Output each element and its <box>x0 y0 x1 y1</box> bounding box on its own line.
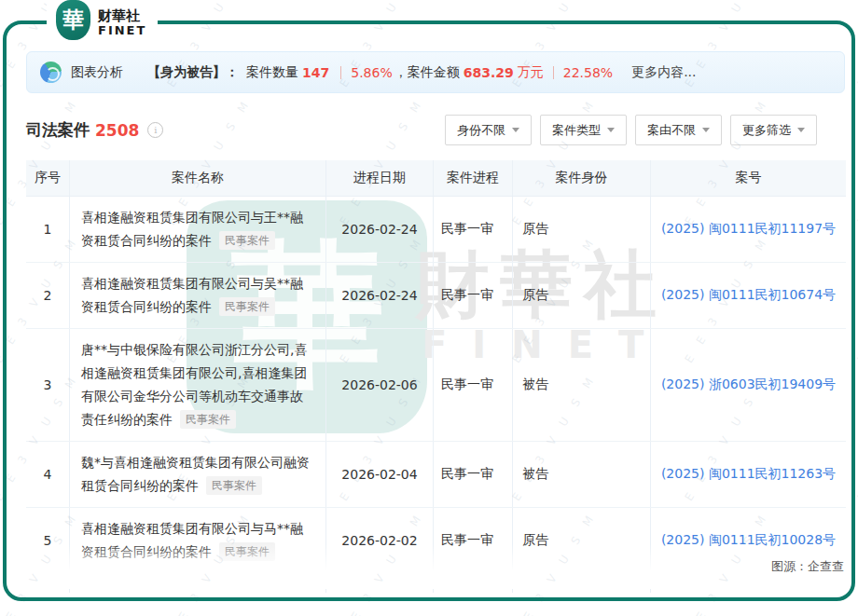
analysis-label: 图表分析 <box>71 64 123 81</box>
cell-identity: 原告 <box>513 508 651 573</box>
cell-date: 2026-02-04 <box>326 442 434 507</box>
finet-logo: 華 财華社 FINET <box>47 0 158 42</box>
cell-identity: 原告 <box>513 263 651 328</box>
cell-identity: 原告 <box>513 197 651 262</box>
comma-separator: ， <box>394 64 408 81</box>
header-cell-date: 进程日期 <box>326 160 434 196</box>
table-row: 1 喜相逢融资租赁集团有限公司与王**融资租赁合同纠纷的案件民事案件 2026-… <box>26 197 846 263</box>
case-number-link[interactable]: (2025) 闽0111民初10674号 <box>661 287 836 304</box>
divider <box>553 66 554 79</box>
cell-process: 民事一审 <box>434 508 513 573</box>
case-name-text: 魏*与喜相逢融资租赁集团有限公司融资租赁合同纠纷的案件 <box>81 455 310 493</box>
cell-name: 魏*与喜相逢融资租赁集团有限公司融资租赁合同纠纷的案件民事案件 <box>70 442 326 507</box>
filter-bar: 身份不限 案件类型 案由不限 更多筛选 <box>445 115 817 145</box>
case-amount-percent: 22.58% <box>563 65 613 80</box>
case-type-tag: 民事案件 <box>180 410 236 429</box>
cell-process: 民事一审 <box>434 263 513 328</box>
case-amount-label: 案件金额 <box>408 64 460 81</box>
logo-text: 财華社 FINET <box>98 0 146 37</box>
cell-name: 喜相逢融资租赁集团有限公司与吴**融资租赁合同纠纷的案件民事案件 <box>70 263 326 328</box>
cell-name: 喜相逢融资租赁集团有限公司与王**融资租赁合同纠纷的案件民事案件 <box>70 197 326 262</box>
cell-no: 1 <box>26 197 70 262</box>
case-type-tag: 民事案件 <box>206 476 262 495</box>
cell-date: 2026-02-06 <box>326 329 434 441</box>
filter-button-case-type[interactable]: 案件类型 <box>540 115 627 145</box>
divider <box>340 66 341 79</box>
logo-name-en: FINET <box>98 24 146 37</box>
table-row-partial <box>26 574 846 593</box>
header-cell-name: 案件名称 <box>70 160 326 196</box>
table-row: 4 魏*与喜相逢融资租赁集团有限公司融资租赁合同纠纷的案件民事案件 2026-0… <box>26 442 846 508</box>
section-header: 司法案件 2508 i <box>26 119 163 141</box>
case-count-percent: 5.86% <box>351 65 392 80</box>
filter-label: 案件类型 <box>552 122 601 139</box>
cell-process: 民事一审 <box>434 442 513 507</box>
cell-date: 2026-02-02 <box>326 508 434 573</box>
cell-identity: 被告 <box>513 442 651 507</box>
logo-seal-icon: 華 <box>56 0 90 40</box>
case-amount-unit: 万元 <box>518 64 544 81</box>
table-row: 5 喜相逢融资租赁集团有限公司与马**融资租赁合同纠纷的案件民事案件 2026-… <box>26 508 846 574</box>
case-total-badge: 2508 <box>95 121 139 140</box>
cell-process: 民事一审 <box>434 197 513 262</box>
case-type-tag: 民事案件 <box>219 297 275 316</box>
cell-no: 4 <box>26 442 70 507</box>
header-cell-caseno: 案号 <box>651 160 846 196</box>
header-cell-process: 案件进程 <box>434 160 513 196</box>
more-content-link[interactable]: 更多内容... <box>631 64 696 81</box>
cell-name: 喜相逢融资租赁集团有限公司与马**融资租赁合同纠纷的案件民事案件 <box>70 508 326 573</box>
chevron-down-icon <box>607 128 615 132</box>
case-number-link[interactable]: (2025) 闽0111民初11263号 <box>661 466 836 483</box>
header-cell-no: 序号 <box>26 160 70 196</box>
logo-name-cn: 财華社 <box>98 8 146 24</box>
case-amount-value: 683.29 <box>464 65 514 80</box>
cell-name: 唐**与中银保险有限公司浙江分公司,喜相逢融资租赁集团有限公司,喜相逢集团有限公… <box>70 329 326 441</box>
cell-no: 2 <box>26 263 70 328</box>
source-credit: 图源：企查查 <box>771 558 844 575</box>
page: 華 財華社 FINET E E 3 V U S ME E 3 V U S ME … <box>0 0 858 616</box>
case-number-link[interactable]: (2025) 闽0111民初10028号 <box>661 532 836 549</box>
cell-date: 2026-02-24 <box>326 197 434 262</box>
chevron-down-icon <box>512 128 519 132</box>
cell-identity: 被告 <box>513 329 651 441</box>
info-icon[interactable]: i <box>147 122 163 138</box>
analysis-bar: 图表分析 【身为被告】： 案件数量 147 5.86% ， 案件金额 683.2… <box>26 51 845 93</box>
table-row: 3 唐**与中银保险有限公司浙江分公司,喜相逢融资租赁集团有限公司,喜相逢集团有… <box>26 329 846 442</box>
filter-button-identity[interactable]: 身份不限 <box>445 115 532 145</box>
page-title: 司法案件 <box>26 119 90 141</box>
role-segment-title: 【身为被告】： <box>147 64 239 81</box>
table-row: 2 喜相逢融资租赁集团有限公司与吴**融资租赁合同纠纷的案件民事案件 2026-… <box>26 263 846 329</box>
header-cell-identity: 案件身份 <box>513 160 651 196</box>
table-header: 序号 案件名称 进程日期 案件进程 案件身份 案号 <box>26 160 846 197</box>
case-count-label: 案件数量 <box>246 64 298 81</box>
filter-label: 身份不限 <box>457 122 505 139</box>
filter-label: 案由不限 <box>647 122 696 139</box>
cell-no: 3 <box>26 329 70 441</box>
chevron-down-icon <box>702 128 710 132</box>
case-count-value: 147 <box>302 65 329 80</box>
cell-date: 2026-02-24 <box>326 263 434 328</box>
cases-table: 序号 案件名称 进程日期 案件进程 案件身份 案号 1 喜相逢融资租赁集团有限公… <box>26 160 846 593</box>
filter-label: 更多筛选 <box>742 122 791 139</box>
case-number-link[interactable]: (2025) 浙0603民初19409号 <box>661 376 836 393</box>
case-type-tag: 民事案件 <box>219 542 275 561</box>
case-type-tag: 民事案件 <box>219 231 275 250</box>
filter-button-more[interactable]: 更多筛选 <box>730 115 817 145</box>
chevron-down-icon <box>797 128 805 132</box>
chart-analysis-icon <box>40 62 62 83</box>
filter-button-cause[interactable]: 案由不限 <box>635 115 722 145</box>
case-number-link[interactable]: (2025) 闽0111民初11197号 <box>661 221 836 238</box>
cell-no: 5 <box>26 508 70 573</box>
cell-process: 民事一审 <box>434 329 513 441</box>
